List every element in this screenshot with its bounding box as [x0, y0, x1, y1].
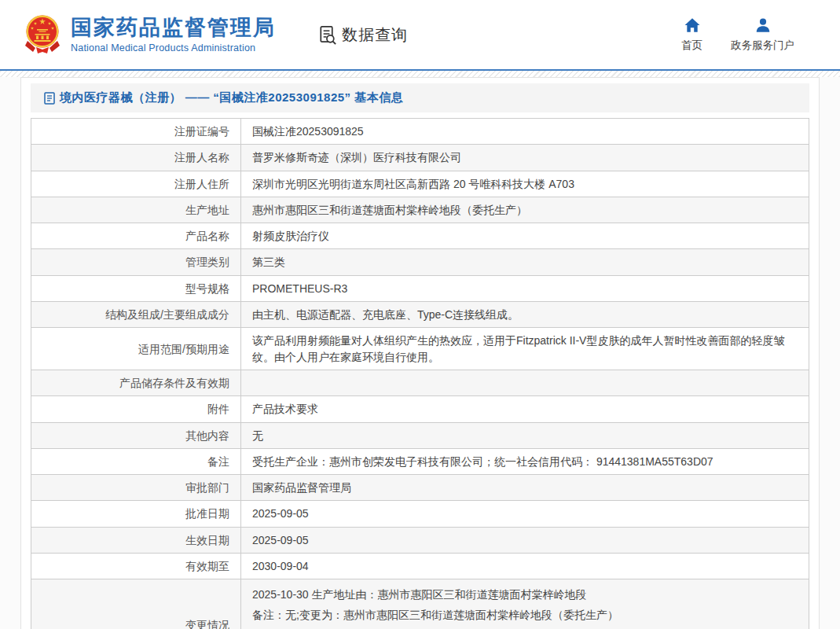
- row-value: 由主机、电源适配器、充电底座、Type-C连接线组成。: [241, 302, 809, 328]
- info-table-body: 注册证编号国械注准20253091825注册人名称普罗米修斯奇迹（深圳）医疗科技…: [31, 119, 809, 629]
- data-query-label: 数据查询: [342, 24, 408, 46]
- row-value: 深圳市光明区光明街道东周社区高新西路 20 号唯科科技大楼 A703: [241, 171, 809, 197]
- table-row: 批准日期2025-09-05: [31, 501, 809, 527]
- row-value: 国家药品监督管理局: [241, 475, 809, 501]
- table-row: 产品储存条件及有效期: [31, 370, 809, 395]
- site-title-cn: 国家药品监督管理局: [71, 16, 276, 40]
- user-icon: [754, 17, 772, 34]
- site-title-en: National Medical Products Administration: [71, 42, 276, 53]
- row-value: 射频皮肤治疗仪: [241, 223, 809, 249]
- home-icon: [684, 17, 701, 34]
- row-value: 2030-09-04: [241, 554, 809, 579]
- hatch-band: [0, 71, 840, 77]
- table-row: 产品名称射频皮肤治疗仪: [31, 223, 809, 249]
- row-value: PROMETHEUS-R3: [241, 275, 809, 301]
- page-title: 境内医疗器械（注册） —— “国械注准20253091825” 基本信息: [60, 90, 403, 105]
- data-query-tab[interactable]: 数据查询: [317, 24, 408, 46]
- row-label: 审批部门: [31, 475, 241, 501]
- row-value-line: 备注：无;变更为：惠州市惠阳区三和街道莲塘面村棠梓岭地段（委托生产）: [252, 605, 798, 625]
- row-value: 国械注准20253091825: [241, 119, 809, 145]
- row-label: 备注: [31, 448, 241, 474]
- row-value: 惠州市惠阳区三和街道莲塘面村棠梓岭地段（委托生产）: [241, 197, 809, 223]
- nav-home-label: 首页: [681, 39, 702, 53]
- row-label: 生产地址: [31, 197, 241, 223]
- row-label: 适用范围/预期用途: [31, 328, 241, 370]
- nav-home[interactable]: 首页: [681, 17, 702, 53]
- row-value: 2025-09-05: [241, 527, 809, 553]
- row-label: 注册人住所: [31, 171, 241, 197]
- nmpa-logo: 国家药品监督管理局 National Medical Products Admi…: [24, 14, 276, 55]
- info-table: 注册证编号国械注准20253091825注册人名称普罗米修斯奇迹（深圳）医疗科技…: [31, 118, 809, 629]
- table-row: 审批部门国家药品监督管理局: [31, 475, 809, 501]
- table-row: 备注受托生产企业：惠州市创荣发电子科技有限公司；统一社会信用代码： 914413…: [31, 448, 809, 474]
- row-value: 无: [241, 422, 809, 448]
- row-label: 生效日期: [31, 527, 241, 553]
- row-label: 注册证编号: [31, 119, 241, 145]
- content-card: 境内医疗器械（注册） —— “国械注准20253091825” 基本信息 注册证…: [20, 77, 820, 629]
- document-search-icon: [317, 24, 338, 46]
- national-emblem-icon: [24, 14, 61, 55]
- table-row: 生产地址惠州市惠阳区三和街道莲塘面村棠梓岭地段（委托生产）: [31, 197, 809, 223]
- row-label: 型号规格: [31, 275, 241, 301]
- table-row: 注册证编号国械注准20253091825: [31, 119, 809, 145]
- row-value: [241, 370, 809, 395]
- row-label: 产品名称: [31, 223, 241, 249]
- nav-gov-portal-label: 政务服务门户: [731, 39, 794, 53]
- table-row: 结构及组成/主要组成成分由主机、电源适配器、充电底座、Type-C连接线组成。: [31, 302, 809, 328]
- table-row: 生效日期2025-09-05: [31, 527, 809, 553]
- row-value: 受托生产企业：惠州市创荣发电子科技有限公司；统一社会信用代码： 91441381…: [241, 448, 809, 474]
- row-value: 第三类: [241, 249, 809, 275]
- row-value: 该产品利用射频能量对人体组织产生的热效应，适用于Fitzpatrick II-V…: [241, 328, 809, 370]
- row-value: 2025-09-05: [241, 501, 809, 527]
- row-value: 产品技术要求: [241, 396, 809, 422]
- row-value: 普罗米修斯奇迹（深圳）医疗科技有限公司: [241, 145, 809, 171]
- table-row: 型号规格PROMETHEUS-R3: [31, 275, 809, 301]
- row-label: 附件: [31, 396, 241, 422]
- row-label: 其他内容: [31, 422, 241, 448]
- table-row: 适用范围/预期用途该产品利用射频能量对人体组织产生的热效应，适用于Fitzpat…: [31, 328, 809, 370]
- row-label: 注册人名称: [31, 145, 241, 171]
- row-label: 产品储存条件及有效期: [31, 370, 241, 395]
- table-row: 变更情况2025-10-30 生产地址由：惠州市惠阳区三和街道莲塘面村棠梓岭地段…: [31, 579, 809, 629]
- top-nav: 首页 政务服务门户: [681, 17, 816, 53]
- row-value-line: 2025-10-30 生产地址由：惠州市惠阳区三和街道莲塘面村棠梓岭地段: [252, 584, 798, 605]
- row-value-line: 备注：惠州市创荣发电子科技有限公司 统一社会信用代码：: [252, 625, 798, 629]
- row-value: 2025-10-30 生产地址由：惠州市惠阳区三和街道莲塘面村棠梓岭地段备注：无…: [241, 579, 809, 629]
- row-label: 批准日期: [31, 501, 241, 527]
- row-label: 有效期至: [31, 554, 241, 579]
- table-row: 其他内容无: [31, 422, 809, 448]
- page-title-bar: 境内医疗器械（注册） —— “国械注准20253091825” 基本信息: [31, 83, 809, 112]
- table-row: 有效期至2030-09-04: [31, 554, 809, 579]
- nav-gov-portal[interactable]: 政务服务门户: [731, 17, 794, 53]
- row-label: 结构及组成/主要组成成分: [31, 302, 241, 328]
- page-title-doc-icon: [44, 92, 55, 105]
- table-row: 注册人名称普罗米修斯奇迹（深圳）医疗科技有限公司: [31, 145, 809, 171]
- table-row: 注册人住所深圳市光明区光明街道东周社区高新西路 20 号唯科科技大楼 A703: [31, 171, 809, 197]
- row-label: 变更情况: [31, 579, 241, 629]
- table-row: 附件产品技术要求: [31, 396, 809, 422]
- table-row: 管理类别第三类: [31, 249, 809, 275]
- row-label: 管理类别: [31, 249, 241, 275]
- header: 国家药品监督管理局 National Medical Products Admi…: [0, 0, 840, 69]
